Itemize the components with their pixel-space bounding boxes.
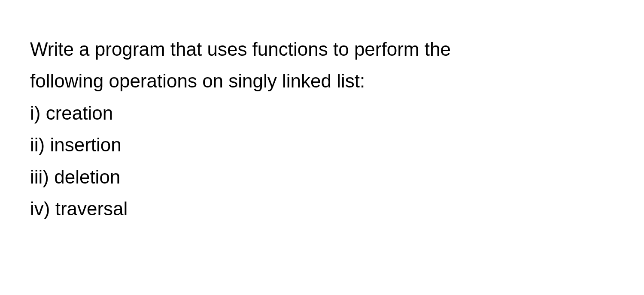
document-content: Write a program that uses functions to p… xyxy=(30,34,614,224)
intro-line-1: Write a program that uses functions to p… xyxy=(30,34,614,64)
list-item-deletion: iii) deletion xyxy=(30,162,614,192)
list-item-creation: i) creation xyxy=(30,98,614,128)
list-item-insertion: ii) insertion xyxy=(30,130,614,160)
list-item-traversal: iv) traversal xyxy=(30,194,614,224)
intro-line-2: following operations on singly linked li… xyxy=(30,66,614,96)
